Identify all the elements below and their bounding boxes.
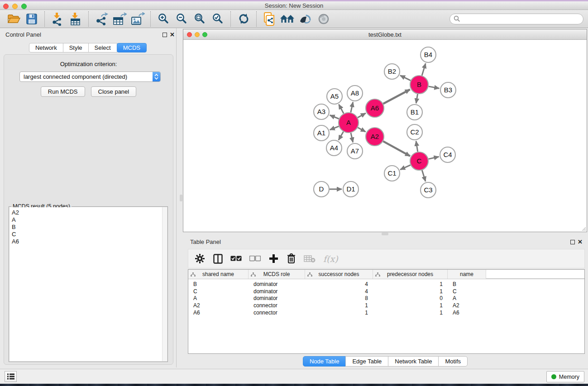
node-C4[interactable]: C4	[440, 147, 455, 162]
cell-shared-name[interactable]: A	[188, 295, 249, 301]
memory-button[interactable]: Memory	[546, 371, 584, 382]
mcds-result-item[interactable]: A6	[12, 238, 167, 245]
edge-B-B1[interactable]	[416, 94, 417, 104]
node-B4[interactable]: B4	[421, 47, 436, 62]
eye-icon[interactable]	[315, 11, 333, 27]
table-settings-gear-icon[interactable]	[195, 253, 205, 265]
delete-table-icon[interactable]	[304, 253, 316, 265]
run-mcds-button[interactable]: Run MCDS	[41, 86, 85, 97]
node-A1[interactable]: A1	[314, 125, 329, 141]
node-A2[interactable]: A2	[366, 128, 384, 146]
cell-successor-nodes[interactable]: 1	[305, 310, 373, 316]
visibility-toggle-icon[interactable]	[296, 11, 315, 27]
vertical-splitter-handle[interactable]	[180, 195, 182, 201]
tab-network-table[interactable]: Network Table	[388, 356, 439, 367]
refresh-layout-icon[interactable]	[234, 11, 253, 27]
node-B2[interactable]: B2	[384, 64, 400, 79]
cell-mcds-role[interactable]: connector	[249, 302, 305, 309]
cell-mcds-role[interactable]: dominator	[249, 295, 305, 301]
show-columns-icon[interactable]	[213, 253, 223, 265]
cell-mcds-role[interactable]: dominator	[249, 281, 305, 287]
network-window-title-bar[interactable]: testGlobe.txt	[183, 29, 587, 40]
search-box[interactable]	[449, 14, 583, 24]
cell-successor-nodes[interactable]: 1	[305, 302, 373, 309]
cell-name[interactable]: A2	[448, 302, 486, 309]
cell-predecessor-nodes[interactable]: 1	[373, 310, 448, 316]
cell-successor-nodes[interactable]: 4	[305, 281, 373, 287]
edge-A-A7[interactable]	[351, 133, 353, 143]
node-B[interactable]: B	[410, 76, 428, 94]
edge-A6-B[interactable]	[383, 90, 410, 104]
zoom-in-icon[interactable]	[154, 11, 172, 27]
table-float-panel-icon[interactable]	[570, 240, 575, 244]
tab-node-table[interactable]: Node Table	[303, 356, 346, 367]
mcds-result-item[interactable]: A	[12, 216, 167, 224]
edge-B-B3[interactable]	[429, 86, 440, 88]
table-row[interactable]: A2connector11A2	[188, 302, 584, 309]
node-C3[interactable]: C3	[421, 182, 436, 198]
table-row[interactable]: Bdominator41B	[188, 281, 584, 288]
node-A[interactable]: A	[339, 113, 359, 133]
cell-shared-name[interactable]: B	[188, 281, 249, 287]
cell-predecessor-nodes[interactable]: 1	[373, 281, 448, 287]
edge-A-A1[interactable]	[330, 126, 339, 130]
export-network-icon[interactable]	[92, 11, 110, 27]
network-document-icon[interactable]	[260, 11, 278, 27]
float-panel-icon[interactable]	[163, 33, 167, 37]
export-image-icon[interactable]	[129, 11, 147, 27]
node-D[interactable]: D	[314, 181, 329, 197]
edge-C-C1[interactable]	[400, 165, 411, 170]
cell-mcds-role[interactable]: dominator	[249, 288, 305, 295]
cell-name[interactable]: A6	[448, 310, 486, 316]
edge-A-A8[interactable]	[351, 102, 353, 113]
import-network-icon[interactable]	[48, 11, 67, 27]
cell-predecessor-nodes[interactable]: 1	[373, 302, 448, 309]
cell-mcds-role[interactable]: connector	[249, 310, 305, 316]
edge-A-A4[interactable]	[339, 132, 344, 140]
edge-A-A3[interactable]	[330, 115, 339, 119]
zoom-selected-icon[interactable]	[209, 11, 227, 27]
delete-column-trash-icon[interactable]	[286, 253, 296, 265]
search-input[interactable]	[460, 15, 583, 22]
tab-motifs[interactable]: Motifs	[438, 356, 468, 367]
column-header-mcds-role[interactable]: MCDS role	[249, 270, 305, 279]
edge-C-C2[interactable]	[416, 141, 418, 152]
cell-shared-name[interactable]: C	[188, 288, 249, 295]
node-B3[interactable]: B3	[440, 82, 456, 98]
node-A7[interactable]: A7	[347, 143, 363, 159]
node-B1[interactable]: B1	[407, 105, 422, 120]
node-C[interactable]: C	[410, 152, 428, 170]
cell-name[interactable]: B	[448, 281, 486, 287]
edge-A-A2[interactable]	[358, 128, 365, 132]
function-builder-icon[interactable]: f(x)	[323, 253, 338, 265]
resize-grip-icon[interactable]	[580, 225, 586, 231]
cell-name[interactable]: A	[448, 295, 486, 301]
edge-C-C4[interactable]	[429, 157, 439, 159]
close-panel-button[interactable]: Close panel	[91, 86, 137, 97]
mcds-result-item[interactable]: A2	[12, 209, 167, 216]
table-close-panel-icon[interactable]: ✕	[578, 238, 583, 245]
zoom-fit-icon[interactable]	[191, 11, 209, 27]
mcds-result-item[interactable]: C	[12, 231, 167, 238]
node-C1[interactable]: C1	[384, 166, 400, 181]
column-header-predecessor-nodes[interactable]: predecessor nodes	[373, 270, 448, 279]
table-row[interactable]: A6connector11A6	[188, 309, 584, 316]
tab-network[interactable]: Network	[29, 43, 63, 52]
cell-successor-nodes[interactable]: 8	[305, 295, 373, 301]
close-panel-icon[interactable]: ✕	[170, 31, 175, 38]
column-header-shared-name[interactable]: shared name	[188, 270, 249, 279]
edge-B-B2[interactable]	[400, 76, 411, 81]
column-header-name[interactable]: name	[448, 270, 486, 279]
cell-name[interactable]: C	[448, 288, 486, 295]
network-canvas[interactable]: AA1A2A3A4A5A6A7A8BB1B2B3B4CC1C2C3C4DD1	[183, 40, 587, 232]
node-C2[interactable]: C2	[407, 124, 422, 140]
cell-predecessor-nodes[interactable]: 1	[373, 288, 448, 295]
tab-mcds[interactable]: MCDS	[117, 43, 147, 52]
homes-icon[interactable]	[278, 11, 296, 27]
tab-select[interactable]: Select	[88, 43, 117, 52]
mcds-result-item[interactable]: B	[12, 224, 167, 231]
cell-shared-name[interactable]: A2	[188, 302, 249, 309]
tab-edge-table[interactable]: Edge Table	[345, 356, 388, 367]
node-A3[interactable]: A3	[314, 104, 329, 119]
node-A4[interactable]: A4	[326, 140, 342, 156]
